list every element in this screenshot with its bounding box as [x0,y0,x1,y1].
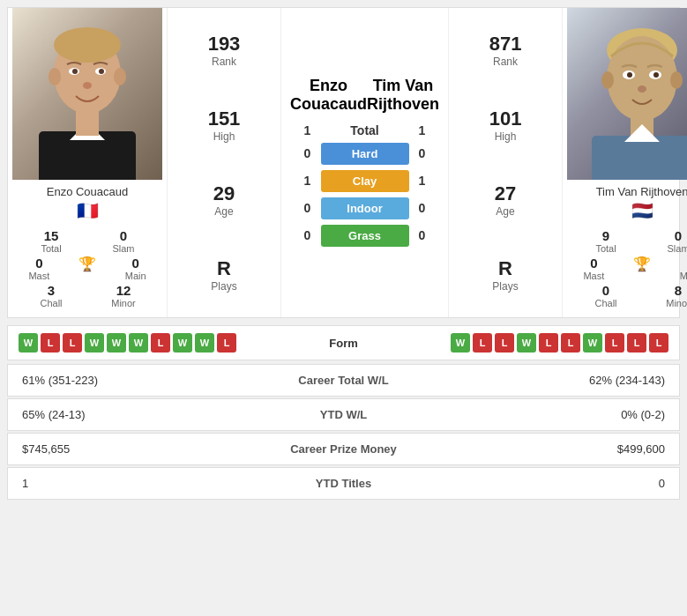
right-minor-stat: 8 Minor [642,283,687,308]
center-versus-section: Enzo Couacaud Tim Van Rijthoven 1 Total … [281,8,448,317]
surface-indoor-row: 0 Indoor 0 [281,197,448,219]
left-form-badges: WLLWWWLWWL [19,333,291,353]
left-stats-row-1: 15 Total 0 Slam [15,228,160,254]
left-player-photo [12,8,162,180]
svg-marker-16 [624,124,660,142]
svg-point-21 [627,72,632,78]
comp-left-2: $745,655 [22,442,256,456]
right-player-name: Tim Van Rijthoven [563,185,687,198]
left-chall-stat: 3 Chall [15,283,87,308]
right-player-name-section: Tim Van Rijthoven 🇳🇱 [563,180,687,225]
right-trophy-icon: 🏆 [618,256,667,281]
left-slam-stat: 0 Slam [87,228,160,254]
svg-point-18 [670,71,683,89]
svg-point-17 [601,71,614,89]
form-badge-w: W [583,333,602,353]
left-stats-row-2: 0 Mast 🏆 0 Main [15,256,160,281]
form-badge-l: L [151,333,170,353]
left-age: 29 Age [213,182,235,218]
form-badge-l: L [63,333,82,353]
comparison-row-2: $745,655Career Prize Money$499,600 [7,433,680,465]
comp-right-0: 62% (234-143) [432,374,666,387]
right-stats-row-1: 9 Total 0 Slam [570,228,687,254]
right-player-bottom-stats: 9 Total 0 Slam 0 Mast 🏆 [563,225,687,317]
left-player-panel: Enzo Couacaud 🇫🇷 15 Total 0 Slam 0 [8,8,167,317]
comp-left-0: 61% (351-223) [22,374,256,387]
svg-point-22 [653,72,659,78]
comparisons-container: 61% (351-223)Career Total W/L62% (234-14… [7,364,680,500]
left-stats-row-3: 3 Chall 12 Minor [15,283,160,308]
right-player-panel: Tim Van Rijthoven 🇳🇱 9 Total 0 Slam [563,8,687,317]
form-badge-w: W [19,333,38,353]
total-row: 1 Total 1 [281,123,448,137]
form-label: Form [291,337,397,350]
left-player-name-section: Enzo Couacaud 🇫🇷 [8,180,167,225]
left-minor-stat: 12 Minor [87,283,160,308]
form-badge-l: L [539,333,558,353]
left-rank: 193 Rank [208,33,241,68]
form-badge-w: W [195,333,214,353]
comparison-row-0: 61% (351-223)Career Total W/L62% (234-14… [7,364,680,397]
comp-left-3: 1 [22,477,256,490]
comp-center-2: Career Prize Money [256,442,432,456]
left-main-stat: 0 Main [111,256,160,281]
form-section: WLLWWWLWWL Form WLLWLLWLLL [7,325,680,360]
right-stats-row-3: 0 Chall 8 Minor [570,283,687,308]
svg-rect-4 [76,109,99,136]
left-trophy-icon: 🏆 [63,256,112,281]
comp-right-1: 0% (0-2) [432,408,666,421]
svg-point-6 [114,68,126,85]
surface-clay-row: 1 Clay 1 [281,170,448,192]
left-mast-stat: 0 Mast [15,256,63,281]
main-container: Enzo Couacaud 🇫🇷 15 Total 0 Slam 0 [0,0,687,508]
versus-left-name: Enzo Couacaud [290,77,367,114]
form-badge-l: L [217,333,236,353]
form-badge-l: L [649,333,668,353]
player-comparison-section: Enzo Couacaud 🇫🇷 15 Total 0 Slam 0 [7,7,680,318]
form-badge-l: L [41,333,60,353]
versus-right-name: Tim Van Rijthoven [367,77,439,114]
form-badge-l: L [627,333,646,353]
form-badge-w: W [129,333,148,353]
form-badge-l: L [561,333,580,353]
versus-names: Enzo Couacaud Tim Van Rijthoven [281,77,448,114]
comp-center-1: YTD W/L [256,408,432,421]
left-high: 151 High [208,108,241,143]
right-main-stat: 1 Main [666,256,687,281]
right-chall-stat: 0 Chall [570,283,642,308]
form-badge-w: W [517,333,536,353]
svg-rect-15 [592,136,687,180]
svg-point-5 [49,68,61,85]
right-middle-stats: 871 Rank 101 High 27 Age R Plays [448,8,563,317]
right-mast-stat: 0 Mast [570,256,618,281]
form-badge-l: L [495,333,514,353]
right-total-stat: 9 Total [570,228,642,254]
right-plays: R Plays [492,257,518,293]
comp-center-3: YTD Titles [256,477,432,490]
right-age: 27 Age [495,182,516,218]
left-total-stat: 15 Total [15,228,87,254]
surface-indoor-btn[interactable]: Indoor [321,197,409,219]
svg-point-23 [638,85,646,93]
surface-hard-btn[interactable]: Hard [321,143,409,165]
form-badge-w: W [173,333,192,353]
comp-left-1: 65% (24-13) [22,408,256,421]
svg-point-1 [54,27,121,63]
right-player-flag: 🇳🇱 [563,200,687,221]
form-badge-l: L [473,333,492,353]
surface-hard-row: 0 Hard 0 [281,143,448,165]
form-badge-w: W [107,333,126,353]
form-badge-w: W [451,333,470,353]
svg-point-10 [99,69,104,74]
form-badge-w: W [85,333,104,353]
comp-right-3: 0 [432,477,666,490]
svg-point-13 [607,36,677,121]
left-plays: R Plays [211,257,236,293]
right-player-photo [567,8,687,180]
surface-grass-row: 0 Grass 0 [281,225,448,247]
form-badge-l: L [605,333,624,353]
surface-grass-btn[interactable]: Grass [321,225,409,247]
surface-clay-btn[interactable]: Clay [321,170,409,192]
comp-right-2: $499,600 [432,442,666,456]
comparison-row-1: 65% (24-13)YTD W/L0% (0-2) [7,398,680,431]
